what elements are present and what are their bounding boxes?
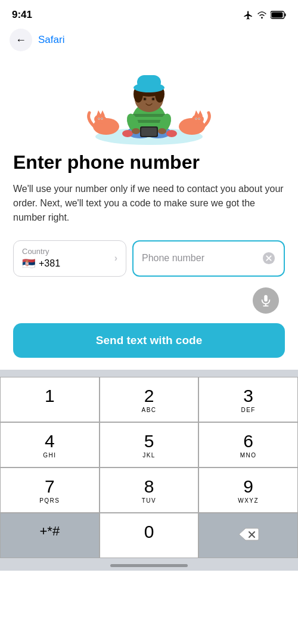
svg-rect-32 xyxy=(141,128,157,136)
airplane-icon xyxy=(243,10,253,20)
key-9[interactable]: 9 WXYZ xyxy=(198,467,298,513)
keyboard-row-3: 7 PQRS 8 TUV 9 WXYZ xyxy=(0,467,298,513)
svg-rect-2 xyxy=(272,13,283,18)
svg-rect-25 xyxy=(132,114,166,117)
clear-input-button[interactable] xyxy=(262,252,275,265)
key-symbols[interactable]: +*# xyxy=(0,513,100,558)
status-bar: 9:41 xyxy=(0,0,298,26)
safari-label: Safari xyxy=(38,34,64,46)
svg-rect-39 xyxy=(137,75,161,89)
main-content: Enter phone number We'll use your number… xyxy=(0,151,298,358)
battery-icon xyxy=(271,11,286,19)
country-value: 🇷🇸 +381 xyxy=(22,257,60,270)
key-2[interactable]: 2 ABC xyxy=(100,377,199,422)
mic-button[interactable] xyxy=(253,287,279,314)
home-indicator xyxy=(0,558,298,571)
chevron-right-icon: › xyxy=(114,253,117,264)
mic-area xyxy=(13,287,285,314)
key-6[interactable]: 6 MNO xyxy=(198,422,298,467)
keyboard-row-1: 1 2 ABC 3 DEF xyxy=(0,377,298,422)
delete-icon xyxy=(238,527,259,546)
country-inner: Country 🇷🇸 +381 xyxy=(22,247,60,270)
key-3[interactable]: 3 DEF xyxy=(198,377,298,422)
page-title: Enter phone number xyxy=(13,151,285,174)
svg-point-18 xyxy=(195,118,197,119)
key-1[interactable]: 1 xyxy=(0,377,100,422)
svg-point-13 xyxy=(192,114,204,124)
svg-point-22 xyxy=(122,130,133,137)
page-description: We'll use your number only if we need to… xyxy=(13,182,285,225)
svg-point-43 xyxy=(153,98,154,100)
phone-input-container[interactable] xyxy=(132,240,285,277)
country-label: Country xyxy=(22,247,60,256)
key-delete[interactable] xyxy=(198,513,298,558)
svg-marker-7 xyxy=(100,110,105,116)
svg-marker-15 xyxy=(198,110,203,116)
back-arrow-icon: ← xyxy=(15,34,26,47)
svg-rect-1 xyxy=(285,14,286,17)
svg-point-29 xyxy=(132,128,140,134)
phone-number-input[interactable] xyxy=(142,253,262,264)
hero-illustration xyxy=(83,56,215,145)
key-7[interactable]: 7 PQRS xyxy=(0,467,100,513)
svg-point-23 xyxy=(166,130,177,137)
wifi-icon xyxy=(257,10,267,20)
keyboard-row-2: 4 GHI 5 JKL 6 MNO xyxy=(0,422,298,467)
back-circle: ← xyxy=(10,29,32,51)
svg-point-10 xyxy=(98,118,100,119)
status-time: 9:41 xyxy=(12,9,32,21)
home-bar xyxy=(110,564,188,567)
svg-point-11 xyxy=(101,118,103,119)
key-4[interactable]: 4 GHI xyxy=(0,422,100,467)
svg-point-42 xyxy=(144,98,146,100)
country-code: +381 xyxy=(39,258,60,269)
svg-point-30 xyxy=(158,128,166,134)
key-8[interactable]: 8 TUV xyxy=(100,467,199,513)
nav-bar: ← Safari xyxy=(0,26,298,56)
keyboard-row-4: +*# 0 xyxy=(0,513,298,558)
svg-point-19 xyxy=(198,118,200,119)
status-icons xyxy=(243,10,286,20)
country-selector[interactable]: Country 🇷🇸 +381 › xyxy=(13,240,126,277)
svg-point-5 xyxy=(94,114,106,124)
mic-icon xyxy=(259,294,272,307)
send-code-button[interactable]: Send text with code xyxy=(13,323,285,358)
input-row: Country 🇷🇸 +381 › xyxy=(13,240,285,277)
key-5[interactable]: 5 JKL xyxy=(100,422,199,467)
back-button[interactable]: ← Safari xyxy=(10,29,64,51)
illustration-area xyxy=(0,56,298,151)
country-flag: 🇷🇸 xyxy=(22,257,35,270)
keyboard: 1 2 ABC 3 DEF 4 GHI 5 JKL 6 MNO 7 PQRS xyxy=(0,370,298,571)
clear-icon xyxy=(262,252,275,265)
svg-rect-47 xyxy=(264,295,268,302)
key-0[interactable]: 0 xyxy=(100,513,199,558)
